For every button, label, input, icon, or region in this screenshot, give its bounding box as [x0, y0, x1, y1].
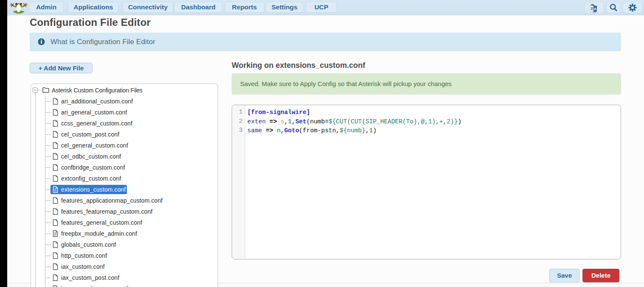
svg-text:A: A — [594, 6, 597, 11]
